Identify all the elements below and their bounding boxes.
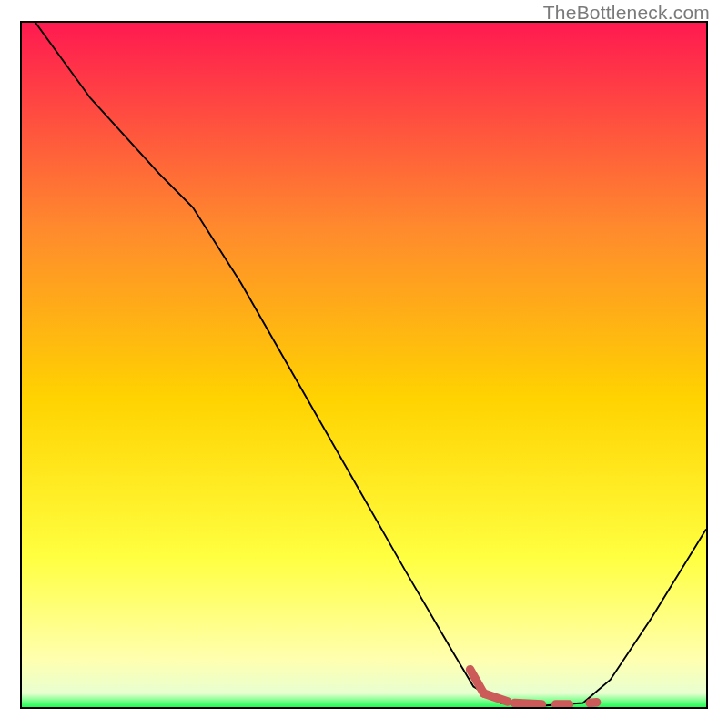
highlight-dashes [470, 670, 597, 704]
svg-line-2 [484, 693, 508, 702]
bottleneck-curve [35, 23, 706, 705]
chart-canvas [22, 23, 706, 707]
svg-line-5 [590, 703, 597, 703]
watermark-text: TheBottleneck.com [543, 2, 710, 24]
chart-lines [22, 23, 706, 707]
svg-line-3 [514, 703, 541, 704]
